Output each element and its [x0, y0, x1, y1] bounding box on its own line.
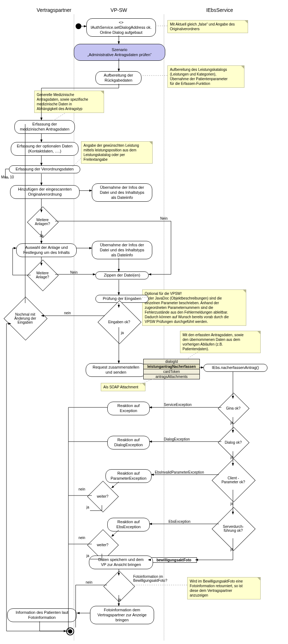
activity-uebernahme2: Übernahme der Infos derDatei und des Inh…	[92, 241, 152, 259]
lane-divider-2	[164, 14, 164, 640]
param-dialogId: dialogId	[144, 359, 199, 364]
activity-re-param: Reaktion aufParameterException	[105, 469, 152, 483]
label-ja-gina: ja	[230, 421, 233, 425]
decision-weitere-anlagen2: WeitereAnlage?	[30, 266, 55, 284]
activity-opt-daten-text: Erfassung der optionalen Daten(Kontaktda…	[17, 144, 73, 153]
decision-client-param-text: Client -Parameter ok?	[221, 476, 246, 484]
decision-foto-label: Fotoinformation imBewilligungsaktFoto?	[133, 575, 176, 583]
label-nein-anlagen2: Nein	[70, 270, 78, 274]
activity-med-antrag: Erfassung dermedizinischen Antragsdaten	[14, 120, 75, 134]
label-ja-eingaben: ja	[121, 331, 124, 335]
decision-server: Serverdurch-führung ok?	[221, 520, 246, 538]
note-erfasst-text: Mit den erfassten Antragsdaten, sowieden…	[183, 333, 244, 351]
diagram-canvas: Vertragspartner VP-SW IEbsService <> IAu…	[0, 0, 288, 644]
note-aufbereitung: Aufbereitung des Leistungskatalogs(Leist…	[167, 65, 244, 88]
svg-line-5	[53, 113, 65, 120]
activity-re-param-text: Reaktion aufParameterException	[111, 471, 147, 480]
decision-weiter2: weiter?	[90, 536, 115, 554]
activity-daten-speichern: Daten speichern und demVP zur Ansicht br…	[89, 556, 153, 569]
label-nein-foto: nein	[86, 580, 93, 584]
note-foto-ret-text: Wird im BewilligungsaktFoto eineFotoinfo…	[190, 579, 243, 597]
activity-foto-anzeige: Fotoinformation demVertragspartner zur A…	[90, 606, 154, 624]
activity-zippen-text: Zippen der Datei(en)	[104, 273, 140, 277]
activity-re-dlg-text: Reaktion aufDialogException	[114, 438, 143, 447]
note-med: Generelle MedizinischeAntragsdaten, sowi…	[34, 91, 104, 113]
precondition-line2: Online Dialog aufgebaut	[100, 30, 142, 35]
note-optional-vpsw-text: Optional für die VPSW!In der JavaDoc (Ob…	[145, 292, 229, 324]
activity-uebernahme2-text: Übernahme der Infos derDatei und des Inh…	[100, 243, 144, 257]
decision-weiter1-text: weiter?	[90, 494, 115, 498]
decision-eingaben-ok-text: Eingaben ok?	[107, 320, 132, 324]
param-leistung: leistungantragNacherfassen	[144, 364, 199, 369]
label-ja-w1: ja	[86, 505, 89, 509]
activity-uebernahme1-text: Übernahme der Infos derDatei und des Inh…	[100, 185, 144, 200]
activity-iebs-call-text: IEbs.nacherfassenAntrag()	[212, 365, 259, 370]
note-soap: Als SOAP Attachment	[101, 383, 145, 391]
decision-weiter1: weiter?	[90, 487, 115, 505]
label-ja-anlagen1: Ja	[40, 234, 44, 238]
label-ja-dialog: ja	[230, 455, 233, 459]
decision-eingaben-ok: Eingaben ok?	[107, 313, 132, 331]
note-leistung-text: Angabe der gewünschten Leistungmittels l…	[84, 143, 139, 161]
lane-header-iebs: IEbsService	[187, 7, 252, 13]
label-nein-w1: nein	[78, 487, 85, 491]
activity-info-patient-text: Information des Patienten lautFotoinform…	[15, 610, 68, 620]
activity-foto-anzeige-text: Fotoinformation demVertragspartner zur A…	[98, 608, 147, 622]
activity-aufbereitung: Aufbereitung derRückgabedaten	[95, 71, 141, 85]
decision-client-param: Client -Parameter ok?	[221, 471, 246, 489]
label-ja-param: ja	[230, 502, 233, 506]
precondition-activity: <> IAuthService.setDialogAddress ok. Onl…	[86, 18, 156, 37]
label-nein-anlagen1: Nein	[160, 216, 168, 220]
decision-gina-text: Gina ok?	[221, 406, 246, 410]
decision-foto	[106, 577, 131, 595]
decision-weitere-anlagen1: WeitereAnlagen?	[30, 213, 55, 231]
activity-hinzu-scan: Hinzufügen der eingescanntenOriginalvero…	[10, 185, 80, 199]
activity-hinzu-scan-text: Hinzufügen der eingescanntenOriginalvero…	[18, 187, 72, 196]
start-node	[76, 23, 81, 29]
param-box: dialogId leistungantragNacherfassen card…	[143, 359, 200, 379]
activity-aufbereitung-text: Aufbereitung derRückgabedaten	[104, 73, 133, 82]
activity-re-exc-text: Reaktion aufException	[117, 403, 140, 413]
decision-weiter2-text: weiter?	[90, 543, 115, 547]
decision-dialog-text: Dialog ok?	[221, 440, 246, 444]
note-aufbereitung-text: Aufbereitung des Leistungskatalogs(Leist…	[170, 68, 228, 86]
scenario-activity: Szenario „Administrative Antragsdaten pr…	[74, 44, 165, 61]
activity-info-patient: Information des Patienten lautFotoinform…	[7, 608, 77, 622]
note-optional-vpsw: Optional für die VPSW!In der JavaDoc (Ob…	[142, 289, 246, 326]
note-aktuell-text: Mit Aktuell gleich „false“ und Angabe de…	[170, 22, 235, 31]
precondition-line1: IAuthService.setDialogAddress ok.	[91, 25, 152, 29]
activity-zippen: Zippen der Datei(en)	[95, 271, 149, 279]
label-param-exc: EbsInvalidParameterException	[155, 470, 204, 474]
activity-re-ebs: Reaktion aufEbsException	[107, 518, 150, 531]
label-dlg-exc: DialogException	[164, 437, 190, 441]
label-ja-w2: ja	[86, 554, 89, 558]
activity-opt-daten: Erfassung der optionalen Daten(Kontaktda…	[11, 142, 78, 156]
note-erfasst: Mit den erfassten Antragsdaten, sowieden…	[180, 331, 261, 353]
activity-request: Request zusammenstellenund senden	[86, 363, 146, 377]
note-foto-ret: Wird im BewilligungsaktFoto eineFotoinfo…	[187, 577, 261, 599]
end-node	[66, 627, 74, 635]
activity-re-exc: Reaktion aufException	[107, 402, 150, 415]
decision-nochmal: Nochmal mitÄnderung derEingaben	[13, 309, 38, 327]
decision-weitere-anlagen1-text: WeitereAnlagen?	[30, 218, 55, 226]
activity-verordnungsdaten-text: Erfassung der Verordnungsdaten	[15, 167, 73, 171]
note-soap-text: Als SOAP Attachment	[103, 385, 138, 389]
note-leistung: Angabe der gewünschten Leistungmittels l…	[81, 141, 153, 164]
label-max10: Max. 10	[1, 175, 14, 179]
label-nein-eingaben: nein	[64, 311, 71, 315]
activity-re-ebs-text: Reaktion aufEbsException	[116, 520, 140, 529]
decision-weitere-anlagen2-text: WeitereAnlage?	[30, 271, 55, 279]
activity-re-dlg: Reaktion aufDialogException	[107, 436, 150, 449]
activity-auswahl-anlage-text: Auswahl der Anlage undFestlegung um des …	[23, 245, 69, 255]
decision-gina: Gina ok?	[221, 399, 246, 417]
label-ebs-exc: EbsException	[168, 520, 190, 524]
param-cardToken: cardToken	[144, 369, 199, 374]
decision-server-text: Serverdurch-führung ok?	[221, 525, 246, 533]
activity-auswahl-anlage: Auswahl der Anlage undFestlegung um des …	[16, 243, 77, 257]
activity-pruefung: Prüfung der Eingaben	[95, 295, 149, 303]
activity-verordnungsdaten: Erfassung der Verordnungsdaten	[9, 165, 80, 173]
label-svc-exc: ServiceException	[164, 403, 192, 407]
note-med-text: Generelle MedizinischeAntragsdaten, sowi…	[37, 93, 88, 111]
lane-header-vpsw: VP-SW	[97, 7, 140, 13]
lane-header-vertragspartner: Vertragspartner	[22, 7, 86, 13]
